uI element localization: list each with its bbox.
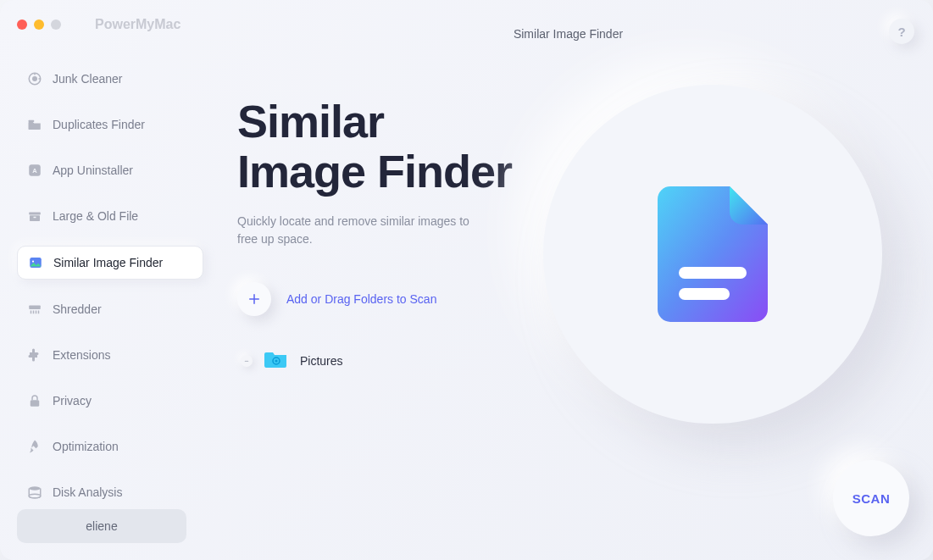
svg-rect-14 bbox=[679, 267, 747, 279]
app-name: PowerMyMac bbox=[95, 17, 180, 32]
svg-rect-2 bbox=[29, 120, 35, 122]
nav-optimization[interactable]: Optimization bbox=[17, 430, 203, 463]
app-icon: A bbox=[27, 163, 42, 178]
remove-folder-button[interactable]: − bbox=[241, 355, 253, 367]
rocket-icon bbox=[27, 439, 42, 454]
nav-extensions[interactable]: Extensions bbox=[17, 339, 203, 371]
nav-similar-image-finder[interactable]: Similar Image Finder bbox=[17, 246, 203, 280]
svg-point-17 bbox=[275, 359, 278, 362]
user-name: eliene bbox=[86, 519, 117, 533]
add-folder-button[interactable] bbox=[237, 282, 271, 316]
nav-label: Optimization bbox=[53, 440, 119, 453]
svg-text:A: A bbox=[32, 167, 37, 175]
nav-duplicates-finder[interactable]: Duplicates Finder bbox=[17, 108, 203, 141]
plus-icon bbox=[247, 291, 262, 307]
nav-list: Junk Cleaner Duplicates Finder A App Uni… bbox=[17, 63, 203, 509]
sidebar: PowerMyMac Junk Cleaner Duplicates Finde… bbox=[0, 0, 203, 560]
feature-subtitle: Quickly locate and remove similar images… bbox=[237, 213, 491, 248]
image-icon bbox=[28, 255, 43, 270]
disk-icon bbox=[27, 485, 42, 500]
nav-shredder[interactable]: Shredder bbox=[17, 293, 203, 325]
nav-large-old-file[interactable]: Large & Old File bbox=[17, 200, 203, 232]
add-folder-label[interactable]: Add or Drag Folders to Scan bbox=[286, 292, 436, 306]
archive-icon bbox=[27, 208, 42, 224]
window-controls bbox=[17, 19, 61, 30]
nav-privacy[interactable]: Privacy bbox=[17, 385, 203, 417]
nav-label: Duplicates Finder bbox=[53, 118, 145, 131]
nav-label: Privacy bbox=[53, 394, 92, 408]
content-area: Similar Image Finder ? bbox=[203, 0, 933, 560]
document-icon bbox=[658, 186, 768, 322]
svg-point-9 bbox=[32, 260, 34, 262]
folder-name: Pictures bbox=[300, 354, 343, 368]
app-window: PowerMyMac Junk Cleaner Duplicates Finde… bbox=[0, 0, 933, 560]
nav-disk-analysis[interactable]: Disk Analysis bbox=[17, 476, 203, 508]
nav-label: Extensions bbox=[53, 348, 110, 362]
nav-label: Large & Old File bbox=[53, 209, 138, 223]
svg-rect-5 bbox=[29, 213, 41, 215]
hero-illustration bbox=[543, 85, 882, 424]
svg-point-1 bbox=[33, 77, 37, 81]
svg-rect-6 bbox=[30, 215, 40, 221]
maximize-window-button[interactable] bbox=[51, 19, 61, 30]
nav-label: Disk Analysis bbox=[53, 485, 122, 499]
gauge-icon bbox=[27, 71, 42, 86]
svg-point-13 bbox=[29, 494, 41, 498]
shredder-icon bbox=[27, 302, 42, 317]
nav-label: Junk Cleaner bbox=[53, 72, 123, 86]
puzzle-icon bbox=[27, 347, 42, 363]
page-title: Similar Image Finder bbox=[514, 27, 623, 41]
nav-label: Shredder bbox=[53, 302, 102, 316]
user-badge[interactable]: eliene bbox=[17, 509, 186, 543]
lock-icon bbox=[27, 393, 42, 408]
svg-point-12 bbox=[29, 486, 41, 491]
help-button[interactable]: ? bbox=[889, 19, 914, 44]
close-window-button[interactable] bbox=[17, 19, 27, 30]
scan-button[interactable]: SCAN bbox=[833, 460, 909, 536]
nav-app-uninstaller[interactable]: A App Uninstaller bbox=[17, 154, 203, 186]
nav-junk-cleaner[interactable]: Junk Cleaner bbox=[17, 63, 203, 95]
svg-rect-15 bbox=[679, 288, 730, 300]
folders-icon bbox=[27, 117, 42, 132]
nav-label: Similar Image Finder bbox=[53, 256, 163, 269]
minimize-window-button[interactable] bbox=[34, 19, 44, 30]
svg-rect-11 bbox=[31, 400, 40, 407]
nav-label: App Uninstaller bbox=[53, 164, 133, 177]
svg-rect-7 bbox=[34, 217, 36, 219]
svg-rect-10 bbox=[29, 306, 41, 310]
folder-icon bbox=[264, 350, 288, 372]
